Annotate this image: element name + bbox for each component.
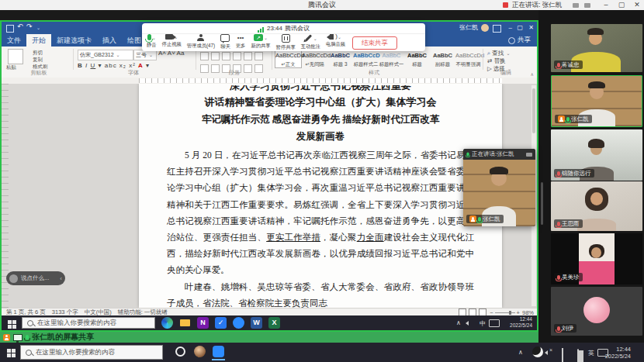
- new-share-button[interactable]: ↗⌄新的共享: [251, 34, 270, 51]
- local-taskbar: 在这里输入你要搜索的内容 ∧ 英 12:442022/5/24 2: [0, 343, 644, 362]
- annotate-button[interactable]: ⌄互动批注: [301, 34, 320, 51]
- avatar[interactable]: [481, 24, 489, 32]
- word-close-button[interactable]: ✕: [528, 22, 534, 34]
- qq-icon[interactable]: [532, 346, 543, 357]
- meeting-window-titlebar: 腾讯会议 正在讲话: 张仁凯 – ▢ ✕: [0, 0, 644, 11]
- style-no-spacing[interactable]: AaBbCcDd↵无间隔: [302, 51, 327, 67]
- tab-custom[interactable]: 新建选项卡: [51, 34, 97, 47]
- excel-icon[interactable]: X: [268, 317, 280, 329]
- font-size-select[interactable]: 三号 ⌄: [133, 50, 157, 60]
- start-button[interactable]: [7, 349, 11, 353]
- word-account-name[interactable]: 张仁凯: [459, 22, 478, 34]
- participant-tile[interactable]: 王思雨: [551, 181, 642, 231]
- search-icon: [26, 350, 32, 356]
- meeting-app-name: 腾讯会议: [285, 24, 310, 33]
- save-icon[interactable]: [6, 25, 14, 33]
- stop-video-button[interactable]: ⌄停止视频: [162, 34, 182, 51]
- close-button[interactable]: ✕: [630, 0, 644, 10]
- floating-speaker-video[interactable]: 正在讲话:张仁凯 张仁凯: [463, 149, 535, 226]
- mute-button[interactable]: ⌄静音: [147, 34, 157, 51]
- pinned-avatar-app-icon[interactable]: [194, 346, 206, 357]
- style-heading-two[interactable]: AaBbCcD标题样式二: [353, 51, 379, 67]
- cortana-ring-icon[interactable]: [175, 346, 185, 357]
- ribbon-options-icon[interactable]: [493, 25, 501, 33]
- start-button[interactable]: [8, 320, 12, 324]
- taskbar-search[interactable]: 在这里输入你要搜索的内容: [20, 345, 163, 360]
- zoom-slider[interactable]: [495, 312, 515, 313]
- chat-button[interactable]: 聊天: [220, 34, 230, 51]
- onenote-icon[interactable]: N: [197, 317, 209, 329]
- copy-button[interactable]: 复制: [33, 56, 43, 63]
- tencent-meeting-icon[interactable]: [233, 317, 244, 329]
- style-heading3[interactable]: AaBbC标题 3: [327, 51, 353, 67]
- minimize-button[interactable]: –: [599, 0, 613, 10]
- tab-home[interactable]: 开始: [26, 34, 51, 47]
- tab-file[interactable]: 文件: [2, 34, 26, 47]
- group-separator: [196, 49, 196, 70]
- camera-icon[interactable]: [526, 153, 532, 157]
- word-maximize-button[interactable]: ▢: [517, 22, 523, 34]
- meeting-status-row: 23:44 腾讯会议: [142, 23, 425, 34]
- more-button[interactable]: •••更多: [236, 34, 246, 51]
- maximize-button[interactable]: ▢: [615, 0, 628, 10]
- participant-tile[interactable]: 吴美珍: [551, 233, 642, 284]
- end-share-button[interactable]: 结束共享: [352, 36, 397, 50]
- touch-keyboard-icon[interactable]: [489, 319, 500, 327]
- participant-tile[interactable]: 刘伊: [551, 287, 642, 336]
- ime-indicator[interactable]: 英: [588, 349, 594, 357]
- tencent-meeting-icon[interactable]: [213, 346, 224, 357]
- audio-wave-icon[interactable]: [573, 3, 579, 8]
- pause-share-button[interactable]: 暂停共享: [276, 34, 296, 51]
- clock[interactable]: 12:442022/5/24: [604, 346, 631, 360]
- chat-icon: [220, 34, 230, 42]
- redo-icon[interactable]: ↷: [26, 22, 33, 30]
- find-button[interactable]: ⌕ 查找 ⌄: [487, 50, 510, 57]
- clock[interactable]: 12:442022/5/24: [501, 316, 532, 329]
- speaking-indicator: 正在讲话: 张仁凯: [512, 0, 562, 10]
- sidebar-scrollbar[interactable]: [541, 182, 543, 225]
- active-app-underline: [212, 359, 225, 360]
- share-button[interactable]: 共享: [508, 36, 531, 45]
- host-badge-icon: [469, 215, 476, 222]
- chat-quick-input[interactable]: 说点什么... ‹: [6, 271, 65, 285]
- style-subtle-emphasis[interactable]: AaBbCcDd不明显强调: [455, 51, 481, 67]
- shared-taskbar-search[interactable]: 在这里输入你要搜索的内容: [22, 317, 155, 329]
- file-explorer-icon[interactable]: [180, 319, 190, 326]
- mic-muted-icon: [557, 222, 560, 226]
- monitor-icon: [13, 334, 23, 341]
- checkmark-app-icon[interactable]: ✓: [215, 317, 227, 329]
- restore-float-icon[interactable]: [584, 3, 590, 8]
- scrollbar-thumb[interactable]: [532, 88, 535, 133]
- undo-icon[interactable]: ↶: [17, 22, 23, 30]
- edge-icon[interactable]: [161, 317, 173, 329]
- mic-muted-icon: [557, 63, 560, 67]
- document-page[interactable]: 深入学习贯彻习近平总书记视察江西重要 讲话精神暨省委理论学习中心组（扩大）集体学…: [139, 84, 502, 308]
- tab-insert[interactable]: 插入: [97, 34, 122, 47]
- horizontal-ruler[interactable]: [2, 78, 537, 84]
- participant-tile[interactable]: 蒋诚忠: [551, 24, 642, 72]
- cut-button[interactable]: 剪切: [33, 49, 43, 56]
- style-subtitle[interactable]: AaBbC副标题: [430, 51, 455, 67]
- tray-chevron-icon[interactable]: ∧: [518, 349, 523, 356]
- ime-indicator[interactable]: 中: [480, 319, 486, 328]
- collapse-icon[interactable]: ‹: [60, 275, 62, 282]
- collapse-ribbon-icon[interactable]: ∧: [531, 71, 534, 77]
- quick-access-caret-icon[interactable]: ⌄: [36, 25, 40, 30]
- tray-chevron-icon[interactable]: ∧: [456, 319, 461, 326]
- font-format-buttons[interactable]: B I U ▾ abc x₂ x² A ▾: [78, 62, 150, 69]
- replace-button[interactable]: ⇄ 替换: [487, 57, 505, 65]
- style-normal[interactable]: AaBbCcDd↵正文: [275, 50, 302, 68]
- participant-nameplate: 张仁凯: [555, 115, 592, 123]
- word-minimize-button[interactable]: –: [509, 22, 512, 34]
- network-icon[interactable]: [562, 348, 563, 362]
- style-heading-one[interactable]: AaBbC标题样式一: [379, 51, 404, 67]
- participant-tile-active[interactable]: 张仁凯: [551, 75, 642, 127]
- word-icon[interactable]: W: [251, 317, 262, 329]
- manage-members-button[interactable]: 管理成员(47): [187, 34, 215, 51]
- font-name-select[interactable]: 仿宋_GB2312 ⌄: [78, 50, 133, 60]
- paste-button[interactable]: [8, 49, 23, 64]
- battery-icon[interactable]: [577, 349, 579, 362]
- computer-audio-button[interactable]: ⌄电脑音频: [326, 34, 345, 51]
- participant-tile[interactable]: 锦随你远行: [551, 129, 642, 181]
- style-title[interactable]: AaBbC标题: [404, 51, 430, 67]
